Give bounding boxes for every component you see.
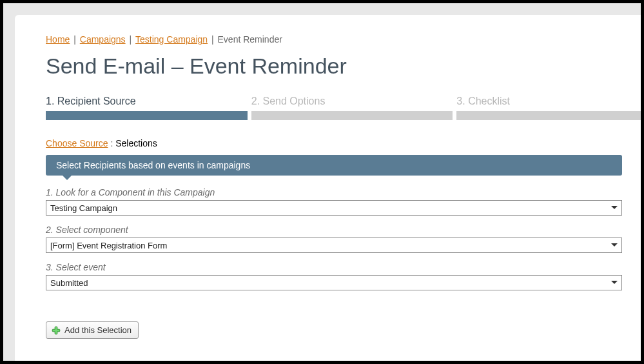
- add-selection-button[interactable]: Add this Selection: [46, 321, 139, 339]
- label-event: 3. Select event: [46, 262, 622, 272]
- step-label: 2. Send Options: [251, 96, 453, 107]
- breadcrumb: Home | Campaigns | Testing Campaign | Ev…: [46, 34, 641, 45]
- select-campaign[interactable]: Testing Campaign: [46, 200, 622, 216]
- breadcrumb-campaign-name[interactable]: Testing Campaign: [135, 34, 208, 45]
- form-section: 1. Look for a Component in this Campaign…: [46, 187, 622, 290]
- page-background: Home | Campaigns | Testing Campaign | Ev…: [3, 3, 641, 361]
- step-bar: [46, 111, 248, 120]
- step-recipient-source[interactable]: 1. Recipient Source: [46, 96, 248, 120]
- step-send-options[interactable]: 2. Send Options: [251, 96, 453, 120]
- select-component[interactable]: [Form] Event Registration Form: [46, 238, 622, 253]
- svg-rect-3: [53, 329, 59, 330]
- choose-source-link[interactable]: Choose Source: [46, 138, 108, 148]
- plus-icon: [52, 326, 61, 335]
- label-component: 2. Select component: [46, 225, 622, 235]
- label-campaign: 1. Look for a Component in this Campaign: [46, 187, 622, 197]
- breadcrumb-home[interactable]: Home: [46, 34, 70, 45]
- add-selection-label: Add this Selection: [64, 325, 132, 335]
- sub-nav-selections: Selections: [115, 138, 157, 148]
- banner-select-recipients: Select Recipients based on events in cam…: [46, 155, 622, 176]
- breadcrumb-sep: |: [211, 34, 217, 45]
- page-title: Send E-mail – Event Reminder: [46, 54, 641, 79]
- breadcrumb-sep: |: [130, 34, 135, 45]
- sub-nav: Choose Source : Selections: [46, 138, 641, 148]
- breadcrumb-current: Event Reminder: [218, 34, 282, 45]
- step-checklist[interactable]: 3. Checklist: [456, 96, 641, 120]
- main-card: Home | Campaigns | Testing Campaign | Ev…: [15, 15, 641, 361]
- step-label: 1. Recipient Source: [46, 96, 248, 107]
- step-bar: [251, 111, 453, 120]
- select-event[interactable]: Submitted: [46, 275, 622, 290]
- step-label: 3. Checklist: [456, 96, 641, 107]
- breadcrumb-campaigns[interactable]: Campaigns: [80, 34, 126, 45]
- breadcrumb-sep: |: [73, 34, 79, 45]
- wizard-steps: 1. Recipient Source 2. Send Options 3. C…: [46, 96, 641, 120]
- step-bar: [456, 111, 641, 120]
